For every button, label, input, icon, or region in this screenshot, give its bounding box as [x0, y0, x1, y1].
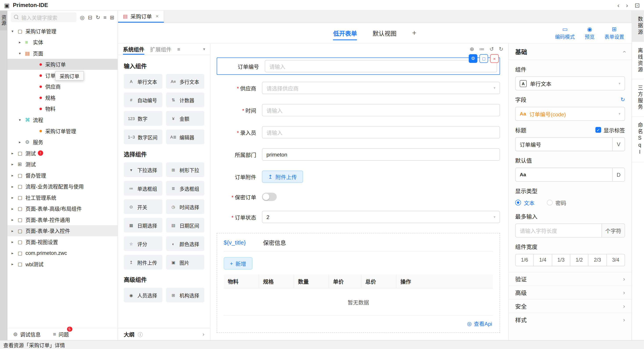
form-settings-button[interactable]: ⊞表单设置 [604, 26, 624, 40]
expand-closed-icon[interactable]: ▸ [12, 162, 18, 166]
nav-forward-icon[interactable]: › [626, 1, 628, 8]
palette-item[interactable]: ☆评分 [124, 236, 162, 251]
tree-item[interactable]: 供应商 [8, 81, 118, 92]
form-canvas[interactable]: ⊕ ≔ ↺ ↻ 订单编号请输入⚙▢×*供应商请选择供应商▾*时间请输入*录入员请… [210, 43, 508, 340]
props-section-collapsed[interactable]: 验证› [509, 272, 632, 286]
expand-closed-icon[interactable]: ▸ [12, 173, 18, 177]
tree-item[interactable]: ▸▢wbl测试 [8, 258, 118, 270]
palette-item[interactable]: A≡多行文本 [166, 74, 204, 89]
tree-item[interactable]: ▸▢页面-视图设置 [8, 236, 118, 247]
redo-icon[interactable]: ↻ [499, 46, 503, 52]
palette-item[interactable]: ↥附件上传 [124, 255, 162, 270]
props-section-collapsed[interactable]: 高级› [509, 286, 632, 299]
form-field-row[interactable]: *保密订单 [217, 193, 500, 201]
expand-closed-icon[interactable]: ▸ [12, 218, 18, 222]
tree-item[interactable]: 订单详采购订单 [8, 70, 118, 81]
palette-item[interactable]: ▦日期选择 [124, 218, 162, 232]
tree-item[interactable]: ▾▢采购订单管理 [8, 25, 118, 37]
palette-item[interactable]: ⊞机构选择 [166, 288, 204, 302]
palette-item[interactable]: A≣编辑器 [166, 129, 204, 144]
field-refresh-icon[interactable]: ↻ [620, 96, 625, 102]
upload-button[interactable]: ↥附件上传 [262, 171, 303, 183]
palette-item[interactable]: ⇅计数器 [166, 92, 204, 107]
tree-item[interactable]: ▸▢页面-表单-录入控件 [8, 225, 118, 236]
width-option[interactable]: 1/6 [515, 254, 534, 266]
outline-bar[interactable]: 大纲 ⓘ › [118, 328, 210, 340]
form-field-row[interactable]: 订单编号请输入⚙▢× [217, 57, 500, 75]
display-type-radio[interactable]: 文本 [515, 199, 534, 207]
palette-item[interactable]: ⊞树形下拉 [166, 162, 204, 177]
palette-menu-icon[interactable]: ≡ [177, 46, 180, 52]
tree-item[interactable]: 物料 [8, 103, 118, 114]
form-field-row[interactable]: *订单状态2▾ [217, 211, 500, 223]
title-variable-button[interactable]: V [612, 138, 624, 151]
width-option[interactable]: 3/4 [606, 254, 625, 266]
expand-closed-icon[interactable]: ▸ [12, 207, 18, 211]
panel-toggle-icon[interactable]: ⊞ [110, 14, 114, 20]
form-field-row[interactable]: *供应商请选择供应商▾ [217, 82, 500, 94]
expand-closed-icon[interactable]: ▸ [12, 251, 18, 255]
width-option[interactable]: 1/3 [552, 254, 570, 266]
code-mode-button[interactable]: ▭编码模式 [555, 26, 575, 40]
refresh-icon[interactable]: ↻ [96, 14, 100, 20]
default-dynamic-button[interactable]: D [612, 168, 624, 181]
palette-item[interactable]: ◉人员选择 [124, 288, 162, 302]
palette-item[interactable]: 123数字 [124, 111, 162, 126]
tree-item[interactable]: ▸⚙服务 [8, 136, 118, 148]
palette-item[interactable]: ▣图片 [166, 255, 204, 270]
outline-list-icon[interactable]: ≔ [479, 46, 484, 52]
palette-collapse-icon[interactable]: ▾ [203, 47, 205, 51]
palette-item[interactable]: ¥金额 [166, 111, 204, 126]
expand-open-icon[interactable]: ▾ [12, 29, 18, 33]
right-tab[interactable]: 离线资源 [632, 42, 644, 79]
subform-tab[interactable]: ${v_title} [224, 239, 246, 246]
tree-item[interactable]: ▸▢测试! [8, 147, 118, 159]
tree-item[interactable]: ▸▢流程-业务流程配置与使用 [8, 181, 118, 192]
expand-closed-icon[interactable]: ▸ [12, 262, 18, 266]
expand-closed-icon[interactable]: ▸ [12, 229, 18, 233]
expand-open-icon[interactable]: ▾ [19, 51, 25, 55]
save-icon[interactable]: ⊡ [634, 1, 640, 9]
right-tab[interactable]: 三方服务 [632, 79, 644, 116]
width-option[interactable]: 1/4 [534, 254, 552, 266]
palette-item[interactable]: ⊙开关 [124, 199, 162, 214]
palette-item[interactable]: ◷时间选择 [166, 199, 204, 214]
view-tab[interactable]: 默认视图 [372, 23, 396, 43]
expand-closed-icon[interactable]: ▸ [19, 140, 25, 144]
debug-info-button[interactable]: ⊚ 调试信息 [13, 330, 41, 338]
nav-back-icon[interactable]: ‹ [618, 1, 620, 8]
add-view-button[interactable]: + [412, 23, 416, 43]
tree-item[interactable]: 采购订单 [8, 59, 118, 70]
search-input[interactable]: 输入关键字搜索 [11, 12, 77, 22]
expand-closed-icon[interactable]: ▸ [12, 184, 18, 189]
expand-closed-icon[interactable]: ▸ [19, 40, 25, 44]
copy-chip[interactable]: ▢ [480, 54, 488, 63]
editor-tab-purchase-order[interactable]: ▤ 采购订单 × [118, 11, 164, 22]
tree-item[interactable]: ▸▢com.primeton.zwc [8, 247, 118, 259]
resources-tab[interactable]: 资源 [0, 11, 7, 30]
tree-item[interactable]: ▸▢页面-表单-高级/布局组件 [8, 203, 118, 214]
props-section-collapsed[interactable]: 安全› [509, 299, 632, 313]
expand-closed-icon[interactable]: ▸ [12, 195, 18, 200]
problems-button[interactable]: 5 ≡ 问题 [53, 330, 69, 338]
close-tab-icon[interactable]: × [156, 13, 158, 19]
expand-open-icon[interactable]: ▾ [19, 118, 25, 122]
form-field-row[interactable]: 订单附件↥附件上传 [217, 171, 500, 183]
tree-item[interactable]: ▸▢社工管理系统 [8, 192, 118, 203]
view-tab[interactable]: 低开表单 [333, 23, 357, 43]
form-field-row[interactable]: 所属部门primeton [217, 148, 500, 161]
palette-item[interactable]: ≔单选框组 [124, 181, 162, 196]
locate-icon[interactable]: ◎ [80, 14, 84, 20]
field-settings-chip[interactable]: ⚙ [469, 54, 477, 63]
right-tab[interactable]: 数据源 [632, 11, 644, 42]
palette-tab[interactable]: 扩展组件 [150, 43, 171, 55]
text-input[interactable]: 请输入 [265, 60, 497, 72]
toggle-switch[interactable] [262, 193, 276, 201]
palette-item[interactable]: ≣多选框组 [166, 181, 204, 196]
component-select[interactable]: A 单行文本 ▾ [515, 76, 625, 90]
text-input[interactable]: primeton [262, 148, 500, 161]
title-input[interactable]: 订单编号 [516, 138, 612, 151]
view-api-link[interactable]: ◎ 查看Api [224, 316, 493, 329]
display-type-radio[interactable]: 密码 [547, 199, 566, 207]
collapse-all-icon[interactable]: ⊟ [88, 14, 92, 20]
